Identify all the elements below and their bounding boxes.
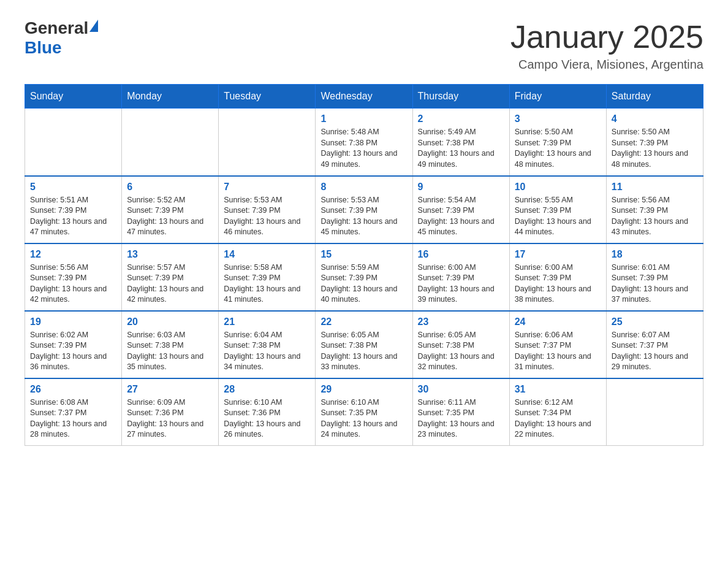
- day-info: Sunrise: 5:58 AMSunset: 7:39 PMDaylight:…: [224, 262, 310, 305]
- day-number: 8: [320, 182, 407, 193]
- day-info: Sunrise: 6:05 AMSunset: 7:38 PMDaylight:…: [418, 330, 504, 373]
- day-number: 16: [418, 249, 504, 260]
- day-number: 11: [612, 182, 698, 193]
- weekday-header-friday: Friday: [509, 85, 606, 109]
- day-number: 9: [418, 182, 504, 193]
- day-info: Sunrise: 6:07 AMSunset: 7:37 PMDaylight:…: [612, 330, 698, 373]
- day-number: 20: [127, 316, 213, 327]
- calendar-cell: 27Sunrise: 6:09 AMSunset: 7:36 PMDayligh…: [122, 378, 219, 446]
- calendar-cell: 10Sunrise: 5:55 AMSunset: 7:39 PMDayligh…: [509, 176, 606, 243]
- day-number: 27: [127, 384, 213, 395]
- calendar-cell: 7Sunrise: 5:53 AMSunset: 7:39 PMDaylight…: [219, 176, 316, 243]
- day-info: Sunrise: 6:12 AMSunset: 7:34 PMDaylight:…: [515, 397, 601, 440]
- location-subtitle: Campo Viera, Misiones, Argentina: [510, 58, 703, 72]
- day-number: 12: [30, 249, 116, 260]
- calendar-cell: 8Sunrise: 5:53 AMSunset: 7:39 PMDaylight…: [316, 176, 412, 243]
- calendar-cell: 26Sunrise: 6:08 AMSunset: 7:37 PMDayligh…: [25, 378, 122, 446]
- calendar-cell: 20Sunrise: 6:03 AMSunset: 7:38 PMDayligh…: [122, 311, 219, 378]
- day-info: Sunrise: 5:50 AMSunset: 7:39 PMDaylight:…: [515, 127, 601, 170]
- calendar-cell: [219, 109, 316, 176]
- calendar-cell: 16Sunrise: 6:00 AMSunset: 7:39 PMDayligh…: [412, 243, 509, 311]
- logo-block: General Blue: [25, 18, 98, 58]
- weekday-header-sunday: Sunday: [25, 85, 122, 109]
- calendar-cell: 21Sunrise: 6:04 AMSunset: 7:38 PMDayligh…: [219, 311, 316, 378]
- title-area: January 2025 Campo Viera, Misiones, Arge…: [510, 18, 703, 72]
- calendar-cell: 24Sunrise: 6:06 AMSunset: 7:37 PMDayligh…: [509, 311, 606, 378]
- day-info: Sunrise: 5:50 AMSunset: 7:39 PMDaylight:…: [612, 127, 698, 170]
- calendar-cell: [25, 109, 122, 176]
- day-info: Sunrise: 5:53 AMSunset: 7:39 PMDaylight:…: [224, 195, 310, 238]
- calendar-cell: 11Sunrise: 5:56 AMSunset: 7:39 PMDayligh…: [606, 176, 703, 243]
- logo-general-text: General: [25, 18, 88, 38]
- day-info: Sunrise: 5:51 AMSunset: 7:39 PMDaylight:…: [30, 195, 116, 238]
- day-number: 3: [515, 113, 601, 124]
- day-number: 2: [418, 113, 504, 124]
- day-info: Sunrise: 6:04 AMSunset: 7:38 PMDaylight:…: [224, 330, 310, 373]
- day-number: 19: [30, 316, 116, 327]
- calendar-cell: 12Sunrise: 5:56 AMSunset: 7:39 PMDayligh…: [25, 243, 122, 311]
- weekday-header-thursday: Thursday: [412, 85, 509, 109]
- calendar-table: SundayMondayTuesdayWednesdayThursdayFrid…: [25, 84, 703, 446]
- week-row-3: 12Sunrise: 5:56 AMSunset: 7:39 PMDayligh…: [25, 243, 703, 311]
- calendar-cell: 31Sunrise: 6:12 AMSunset: 7:34 PMDayligh…: [509, 378, 606, 446]
- day-info: Sunrise: 6:01 AMSunset: 7:39 PMDaylight:…: [612, 262, 698, 305]
- calendar-cell: 22Sunrise: 6:05 AMSunset: 7:38 PMDayligh…: [316, 311, 412, 378]
- logo-triangle-icon: [89, 20, 98, 32]
- logo-blue-text: Blue: [25, 38, 62, 57]
- calendar-cell: 1Sunrise: 5:48 AMSunset: 7:38 PMDaylight…: [316, 109, 412, 176]
- week-row-5: 26Sunrise: 6:08 AMSunset: 7:37 PMDayligh…: [25, 378, 703, 446]
- calendar-cell: 29Sunrise: 6:10 AMSunset: 7:35 PMDayligh…: [316, 378, 412, 446]
- day-number: 25: [612, 316, 698, 327]
- day-number: 26: [30, 384, 116, 395]
- calendar-cell: 17Sunrise: 6:00 AMSunset: 7:39 PMDayligh…: [509, 243, 606, 311]
- month-title: January 2025: [510, 18, 703, 55]
- day-info: Sunrise: 6:00 AMSunset: 7:39 PMDaylight:…: [515, 262, 601, 305]
- day-number: 15: [320, 249, 407, 260]
- week-row-2: 5Sunrise: 5:51 AMSunset: 7:39 PMDaylight…: [25, 176, 703, 243]
- calendar-cell: 13Sunrise: 5:57 AMSunset: 7:39 PMDayligh…: [122, 243, 219, 311]
- calendar-cell: 19Sunrise: 6:02 AMSunset: 7:39 PMDayligh…: [25, 311, 122, 378]
- day-number: 29: [320, 384, 407, 395]
- calendar-cell: 18Sunrise: 6:01 AMSunset: 7:39 PMDayligh…: [606, 243, 703, 311]
- day-number: 22: [320, 316, 407, 327]
- week-row-1: 1Sunrise: 5:48 AMSunset: 7:38 PMDaylight…: [25, 109, 703, 176]
- day-number: 17: [515, 249, 601, 260]
- day-info: Sunrise: 5:57 AMSunset: 7:39 PMDaylight:…: [127, 262, 213, 305]
- day-info: Sunrise: 6:00 AMSunset: 7:39 PMDaylight:…: [418, 262, 504, 305]
- day-info: Sunrise: 6:03 AMSunset: 7:38 PMDaylight:…: [127, 330, 213, 373]
- day-info: Sunrise: 5:56 AMSunset: 7:39 PMDaylight:…: [612, 195, 698, 238]
- day-number: 28: [224, 384, 310, 395]
- day-info: Sunrise: 5:49 AMSunset: 7:38 PMDaylight:…: [418, 127, 504, 170]
- logo: General Blue: [25, 18, 98, 58]
- weekday-header-monday: Monday: [122, 85, 219, 109]
- day-number: 24: [515, 316, 601, 327]
- day-info: Sunrise: 5:55 AMSunset: 7:39 PMDaylight:…: [515, 195, 601, 238]
- calendar-cell: 2Sunrise: 5:49 AMSunset: 7:38 PMDaylight…: [412, 109, 509, 176]
- calendar-cell: 28Sunrise: 6:10 AMSunset: 7:36 PMDayligh…: [219, 378, 316, 446]
- calendar-header: SundayMondayTuesdayWednesdayThursdayFrid…: [25, 85, 703, 109]
- week-row-4: 19Sunrise: 6:02 AMSunset: 7:39 PMDayligh…: [25, 311, 703, 378]
- day-info: Sunrise: 6:02 AMSunset: 7:39 PMDaylight:…: [30, 330, 116, 373]
- calendar-cell: 14Sunrise: 5:58 AMSunset: 7:39 PMDayligh…: [219, 243, 316, 311]
- calendar-cell: 3Sunrise: 5:50 AMSunset: 7:39 PMDaylight…: [509, 109, 606, 176]
- calendar-cell: 9Sunrise: 5:54 AMSunset: 7:39 PMDaylight…: [412, 176, 509, 243]
- day-info: Sunrise: 6:08 AMSunset: 7:37 PMDaylight:…: [30, 397, 116, 440]
- weekday-header-wednesday: Wednesday: [316, 85, 412, 109]
- calendar-cell: 15Sunrise: 5:59 AMSunset: 7:39 PMDayligh…: [316, 243, 412, 311]
- weekday-header-tuesday: Tuesday: [219, 85, 316, 109]
- day-info: Sunrise: 6:11 AMSunset: 7:35 PMDaylight:…: [418, 397, 504, 440]
- day-info: Sunrise: 6:09 AMSunset: 7:36 PMDaylight:…: [127, 397, 213, 440]
- weekday-header-row: SundayMondayTuesdayWednesdayThursdayFrid…: [25, 85, 703, 109]
- day-number: 1: [320, 113, 407, 124]
- day-number: 4: [612, 113, 698, 124]
- day-info: Sunrise: 6:10 AMSunset: 7:35 PMDaylight:…: [320, 397, 407, 440]
- day-number: 23: [418, 316, 504, 327]
- calendar-cell: 23Sunrise: 6:05 AMSunset: 7:38 PMDayligh…: [412, 311, 509, 378]
- day-info: Sunrise: 5:53 AMSunset: 7:39 PMDaylight:…: [320, 195, 407, 238]
- day-number: 5: [30, 182, 116, 193]
- day-number: 31: [515, 384, 601, 395]
- day-number: 6: [127, 182, 213, 193]
- day-number: 7: [224, 182, 310, 193]
- day-number: 18: [612, 249, 698, 260]
- day-info: Sunrise: 6:06 AMSunset: 7:37 PMDaylight:…: [515, 330, 601, 373]
